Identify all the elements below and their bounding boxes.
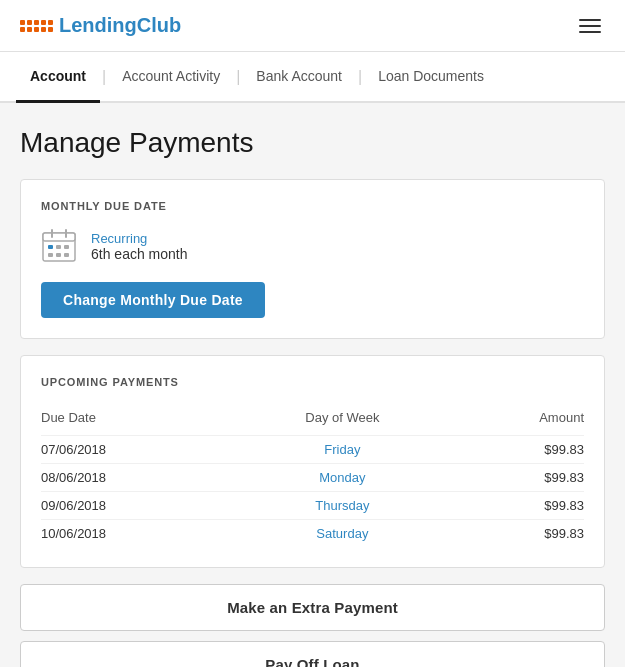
svg-rect-8 <box>56 253 61 257</box>
page-title: Manage Payments <box>20 127 605 159</box>
cell-due-date: 09/06/2018 <box>41 492 233 520</box>
logo-prefix: Lending <box>59 14 137 36</box>
col-day-of-week: Day of Week <box>233 404 452 436</box>
svg-rect-4 <box>48 245 53 249</box>
cell-amount: $99.83 <box>452 492 584 520</box>
cell-due-date: 10/06/2018 <box>41 520 233 548</box>
due-date-info: Recurring 6th each month <box>91 231 188 262</box>
table-row: 10/06/2018Saturday$99.83 <box>41 520 584 548</box>
make-extra-payment-button[interactable]: Make an Extra Payment <box>20 584 605 631</box>
cell-amount: $99.83 <box>452 464 584 492</box>
cell-day-of-week: Saturday <box>233 520 452 548</box>
calendar-icon <box>41 228 77 264</box>
hamburger-line-1 <box>579 19 601 21</box>
cell-amount: $99.83 <box>452 520 584 548</box>
svg-rect-6 <box>64 245 69 249</box>
upcoming-payments-card: UPCOMING PAYMENTS Due Date Day of Week A… <box>20 355 605 568</box>
nav-separator-1: | <box>102 68 106 86</box>
due-date-value: 6th each month <box>91 246 188 262</box>
table-row: 08/06/2018Monday$99.83 <box>41 464 584 492</box>
cell-day-of-week: Thursday <box>233 492 452 520</box>
nav-separator-3: | <box>358 68 362 86</box>
tab-account[interactable]: Account <box>16 52 100 103</box>
col-amount: Amount <box>452 404 584 436</box>
logo: LendingClub <box>20 14 181 37</box>
change-monthly-due-date-button[interactable]: Change Monthly Due Date <box>41 282 265 318</box>
cell-day-of-week: Friday <box>233 436 452 464</box>
svg-rect-1 <box>43 233 75 241</box>
logo-icon <box>20 20 53 32</box>
svg-rect-9 <box>64 253 69 257</box>
monthly-due-date-section-title: MONTHLY DUE DATE <box>41 200 584 212</box>
col-due-date: Due Date <box>41 404 233 436</box>
hamburger-line-2 <box>579 25 601 27</box>
tab-bank-account[interactable]: Bank Account <box>242 52 356 103</box>
cell-amount: $99.83 <box>452 436 584 464</box>
cell-due-date: 07/06/2018 <box>41 436 233 464</box>
upcoming-payments-section-title: UPCOMING PAYMENTS <box>41 376 584 388</box>
payments-table: Due Date Day of Week Amount 07/06/2018Fr… <box>41 404 584 547</box>
nav-separator-2: | <box>236 68 240 86</box>
svg-rect-5 <box>56 245 61 249</box>
due-date-row: Recurring 6th each month <box>41 228 584 264</box>
tab-loan-documents[interactable]: Loan Documents <box>364 52 498 103</box>
logo-suffix: Club <box>137 14 181 36</box>
svg-rect-7 <box>48 253 53 257</box>
monthly-due-date-card: MONTHLY DUE DATE Recurring 6th each mont… <box>20 179 605 339</box>
table-row: 07/06/2018Friday$99.83 <box>41 436 584 464</box>
pay-off-loan-button[interactable]: Pay Off Loan <box>20 641 605 667</box>
hamburger-menu[interactable] <box>575 15 605 37</box>
payments-table-header-row: Due Date Day of Week Amount <box>41 404 584 436</box>
cell-due-date: 08/06/2018 <box>41 464 233 492</box>
recurring-label: Recurring <box>91 231 188 246</box>
header: LendingClub <box>0 0 625 52</box>
main-content: Manage Payments MONTHLY DUE DATE Recurri… <box>0 103 625 667</box>
nav-tabs: Account | Account Activity | Bank Accoun… <box>0 52 625 103</box>
logo-text: LendingClub <box>59 14 181 37</box>
tab-account-activity[interactable]: Account Activity <box>108 52 234 103</box>
table-row: 09/06/2018Thursday$99.83 <box>41 492 584 520</box>
hamburger-line-3 <box>579 31 601 33</box>
cell-day-of-week: Monday <box>233 464 452 492</box>
